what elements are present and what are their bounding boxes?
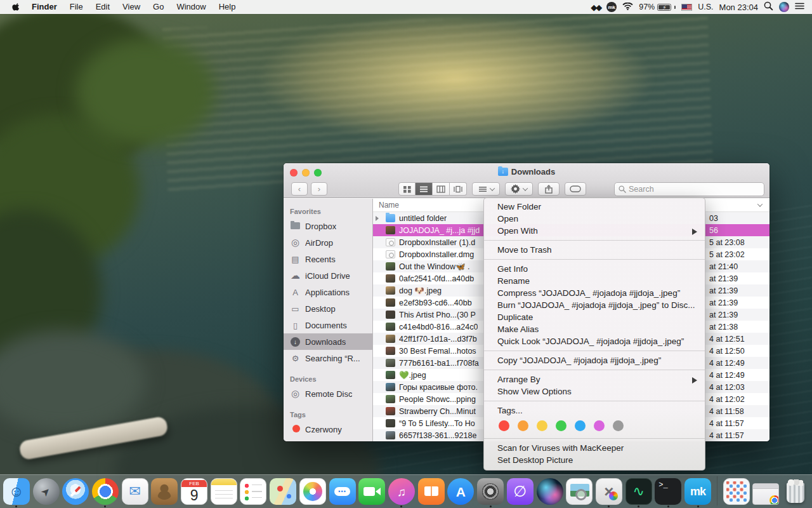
- menubar-go[interactable]: Go: [147, 0, 170, 14]
- column-view-button[interactable]: [433, 182, 450, 196]
- dropbox-status-icon[interactable]: ◆◆: [591, 3, 601, 12]
- menubar-help[interactable]: Help: [213, 0, 242, 14]
- dock-item-launchpad[interactable]: ➤: [32, 478, 60, 505]
- dock-item-siri[interactable]: [536, 478, 564, 505]
- name-column-header[interactable]: Name: [379, 201, 399, 210]
- dock-item-mail[interactable]: ✉: [121, 478, 149, 505]
- dock-item-mackeeper[interactable]: mk: [684, 478, 712, 505]
- title-bar[interactable]: Downloads ‹ ›: [284, 163, 769, 198]
- coverflow-view-button[interactable]: [450, 182, 467, 196]
- dock-item-contacts[interactable]: [151, 478, 179, 505]
- sidebar-item-applications[interactable]: AApplications: [284, 284, 372, 300]
- menu-item-new-folder[interactable]: New Folder: [484, 201, 705, 213]
- menu-item-show-view-options[interactable]: Show View Options: [484, 385, 705, 398]
- dock-item-activity-monitor[interactable]: ∿: [625, 478, 653, 505]
- dock-item-messages[interactable]: •••: [329, 478, 357, 505]
- back-button[interactable]: ‹: [291, 182, 308, 196]
- menubar-app-finder[interactable]: Finder: [25, 0, 63, 14]
- tag-color-dot[interactable]: [575, 420, 586, 431]
- notification-center-icon[interactable]: [795, 1, 804, 13]
- share-button[interactable]: [538, 182, 560, 196]
- sidebar-item-remote-disc[interactable]: ◎Remote Disc: [284, 385, 372, 402]
- sidebar-item-czerwony[interactable]: Czerwony: [284, 421, 372, 438]
- tag-color-dot[interactable]: [594, 420, 605, 431]
- disclosure-triangle[interactable]: [376, 214, 384, 223]
- apple-menu-icon[interactable]: [6, 3, 25, 12]
- tag-color-dot[interactable]: [537, 420, 547, 431]
- dock-item-applications-stack[interactable]: [723, 478, 750, 505]
- dock-item-facetime[interactable]: [358, 478, 386, 505]
- sidebar-item-pomara-czo[interactable]: Pomarańczo: [284, 438, 372, 441]
- menu-item-get-info[interactable]: Get Info: [484, 263, 705, 275]
- mackeeper-status-icon[interactable]: mk: [606, 2, 617, 12]
- dock-item-system-preferences[interactable]: [476, 478, 504, 505]
- sidebar-item-searching-r[interactable]: ⚙Searching “R...: [284, 350, 372, 366]
- battery-indicator[interactable]: 97% ⚡: [639, 3, 676, 11]
- forward-button[interactable]: ›: [311, 182, 327, 196]
- menu-item-compress-jojadoja-jojadoja-jjdoja-jpeg[interactable]: Compress “JOJADOJA_ #jojadoja #jjdoja_.j…: [484, 287, 705, 299]
- dock-item-maps[interactable]: [269, 478, 297, 505]
- sidebar-item-dropbox[interactable]: Dropbox: [284, 218, 372, 234]
- dock-item-preview[interactable]: [565, 478, 593, 505]
- sidebar-item-icloud-drive[interactable]: ☁iCloud Drive: [284, 267, 372, 284]
- spotlight-icon[interactable]: [764, 1, 773, 13]
- siri-menubar-icon[interactable]: [779, 2, 789, 12]
- menu-item-burn-jojadoja-jojadoja-jjdoja-jpeg-to-di[interactable]: Burn “JOJADOJA_ #jojadoja #jjdoja_.jpeg”…: [484, 299, 705, 311]
- sort-chevron-icon[interactable]: [757, 201, 763, 206]
- tag-color-dot[interactable]: [499, 420, 509, 431]
- menu-item-open-with[interactable]: Open With: [484, 225, 705, 237]
- desktop[interactable]: Finder File Edit View Go Window Help ◆◆ …: [0, 0, 812, 508]
- menubar-window[interactable]: Window: [170, 0, 212, 14]
- dock-item-app-store[interactable]: A: [447, 478, 475, 505]
- dock-item-terminal[interactable]: >_: [654, 478, 682, 505]
- dock-item-trash[interactable]: [782, 478, 809, 505]
- icon-view-button[interactable]: [398, 182, 416, 196]
- menu-item-move-to-trash[interactable]: Move to Trash: [484, 244, 705, 256]
- menubar-edit[interactable]: Edit: [89, 0, 116, 14]
- dock-item-reminders[interactable]: [240, 478, 268, 505]
- menu-item-tags[interactable]: Tags...: [484, 404, 705, 417]
- menu-item-set-desktop-picture[interactable]: Set Desktop Picture: [484, 454, 705, 466]
- dock: ☺➤✉FEB9•••♫A∅×∿>_mk: [0, 474, 812, 508]
- menu-item-rename[interactable]: Rename: [484, 275, 705, 287]
- search-field[interactable]: [614, 182, 764, 196]
- dock-item-chrome[interactable]: [91, 478, 119, 505]
- menu-item-scan-for-viruses-with-mackeeper[interactable]: Scan for Viruses with MacKeeper: [484, 442, 705, 454]
- search-input[interactable]: [629, 185, 760, 194]
- smart-folder-icon: ⚙: [290, 354, 301, 363]
- sidebar-item-downloads[interactable]: ↓Downloads: [284, 333, 372, 350]
- dock-item-utilities[interactable]: ×: [595, 478, 623, 505]
- sidebar-item-documents[interactable]: ▯Documents: [284, 317, 372, 333]
- tag-color-dot[interactable]: [556, 420, 566, 431]
- menubar-file[interactable]: File: [63, 0, 89, 14]
- action-gear-button[interactable]: [505, 182, 533, 196]
- dock-item-safari[interactable]: [62, 478, 89, 505]
- sidebar-item-recents[interactable]: ▤Recents: [284, 251, 372, 267]
- menu-item-quick-look-jojadoja-jojadoja-jjdoja-jpeg[interactable]: Quick Look “JOJADOJA_ #jojadoja #jjdoja_…: [484, 335, 705, 347]
- menu-item-open[interactable]: Open: [484, 213, 705, 225]
- menu-item-duplicate[interactable]: Duplicate: [484, 311, 705, 323]
- dock-item-finder[interactable]: ☺: [3, 478, 30, 505]
- sidebar-item-airdrop[interactable]: ◎AirDrop: [284, 234, 372, 251]
- menu-item-arrange-by[interactable]: Arrange By: [484, 373, 705, 385]
- dock-item-calendar[interactable]: FEB9: [180, 478, 208, 505]
- dock-item-blocked-app[interactable]: ∅: [506, 478, 534, 505]
- input-source-label[interactable]: U.S.: [698, 3, 713, 11]
- sidebar-item-desktop[interactable]: ▭Desktop: [284, 300, 372, 317]
- menu-item-make-alias[interactable]: Make Alias: [484, 323, 705, 335]
- wifi-icon[interactable]: [622, 3, 633, 12]
- menubar-view[interactable]: View: [116, 0, 147, 14]
- dock-item-minimized-window[interactable]: [752, 479, 780, 505]
- tag-color-dot[interactable]: [518, 420, 528, 431]
- dock-item-notes[interactable]: [210, 478, 238, 505]
- tags-button[interactable]: [565, 182, 586, 196]
- menu-item-copy-jojadoja-jojadoja-jjdoja-jpeg[interactable]: Copy “JOJADOJA_ #jojadoja #jjdoja_.jpeg”: [484, 354, 705, 366]
- list-view-button[interactable]: [416, 182, 433, 196]
- dock-item-itunes[interactable]: ♫: [388, 478, 416, 505]
- input-source-flag-icon[interactable]: [681, 4, 692, 11]
- menubar-clock[interactable]: Mon 23:04: [719, 3, 758, 12]
- dock-item-ibooks[interactable]: [417, 478, 445, 505]
- tag-color-dot[interactable]: [613, 420, 624, 431]
- arrange-button[interactable]: [472, 182, 500, 196]
- dock-item-photos[interactable]: [299, 478, 327, 505]
